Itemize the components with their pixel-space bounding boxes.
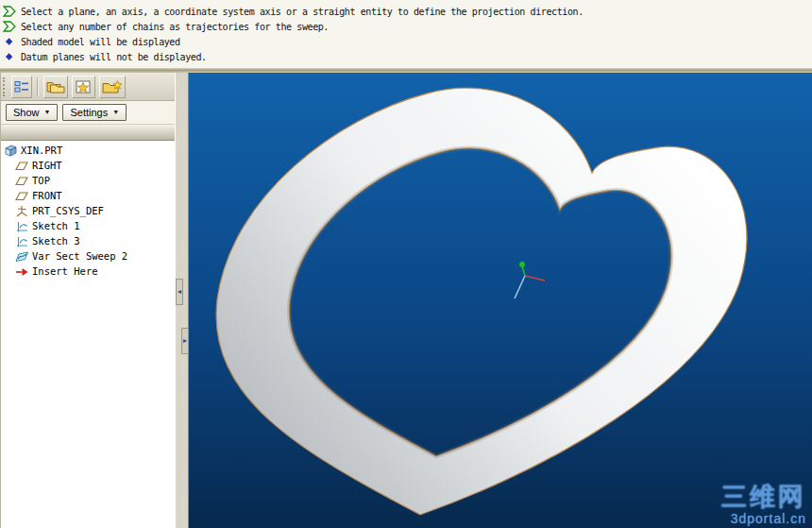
toolbar-grip[interactable] bbox=[3, 77, 7, 96]
tree-item-var-sect-sweep-2[interactable]: Var Sect Sweep 2 bbox=[1, 248, 176, 264]
show-menu-button[interactable]: Show ▼ bbox=[6, 104, 58, 121]
info-bullet-icon bbox=[3, 36, 17, 47]
sketch-icon bbox=[15, 220, 29, 232]
datum-plane-icon bbox=[15, 190, 29, 202]
tree-item-top[interactable]: TOP bbox=[1, 173, 176, 188]
collapse-panel-left-button[interactable]: ◂ bbox=[176, 279, 183, 305]
prompt-arrow-icon bbox=[3, 21, 17, 32]
collapse-panel-right-button[interactable]: ▸ bbox=[181, 328, 189, 354]
panel-sash[interactable] bbox=[1, 125, 176, 141]
tree-item-label: Sketch 3 bbox=[32, 235, 80, 247]
csys-icon bbox=[15, 205, 29, 217]
tree-item-sketch-1[interactable]: Sketch 1 bbox=[1, 218, 176, 233]
paste-folders-icon[interactable] bbox=[43, 76, 68, 98]
model-tree: XIN.PRT RIGHT TOP FRONT bbox=[1, 141, 176, 528]
message-text: Select any number of chains as trajector… bbox=[21, 22, 329, 32]
tree-item-label: PRT_CSYS_DEF bbox=[32, 205, 104, 216]
tree-item-insert-here[interactable]: Insert Here bbox=[1, 264, 176, 279]
tree-item-label: Sketch 1 bbox=[32, 220, 80, 231]
heart-sweep-model bbox=[189, 73, 812, 528]
model-tree-panel: Show ▼ Settings ▼ XIN.PRT bbox=[0, 73, 175, 528]
model-tree-menubar: Show ▼ Settings ▼ bbox=[1, 101, 176, 125]
model-tree-toolbar bbox=[1, 73, 176, 101]
graphics-viewport[interactable]: 三维网 3dportal.cn bbox=[189, 73, 812, 528]
message-line: Select any number of chains as trajector… bbox=[0, 19, 812, 34]
tree-item-sketch-3[interactable]: Sketch 3 bbox=[1, 233, 176, 248]
tree-item-label: FRONT bbox=[32, 190, 62, 201]
settings-menu-button[interactable]: Settings ▼ bbox=[62, 104, 127, 121]
prompt-arrow-icon bbox=[3, 6, 17, 17]
tree-item-right[interactable]: RIGHT bbox=[1, 158, 176, 173]
datum-plane-icon bbox=[15, 175, 29, 187]
message-line: Shaded model will be displayed bbox=[0, 34, 812, 49]
favorites-star-icon[interactable] bbox=[72, 76, 95, 98]
datum-plane-icon bbox=[15, 160, 29, 172]
tree-item-label: Insert Here bbox=[32, 265, 98, 277]
insert-here-icon bbox=[15, 265, 29, 278]
proe-window: Select a plane, an axis, a coordinate sy… bbox=[0, 0, 812, 528]
settings-menu-label: Settings bbox=[70, 107, 108, 118]
message-area: Select a plane, an axis, a coordinate sy… bbox=[0, 0, 812, 68]
folder-star-icon[interactable] bbox=[99, 76, 126, 98]
tree-item-prt-csys-def[interactable]: PRT_CSYS_DEF bbox=[1, 203, 176, 218]
chevron-down-icon: ▼ bbox=[44, 109, 51, 115]
tree-item-label: Var Sect Sweep 2 bbox=[32, 250, 127, 262]
tree-item-front[interactable]: FRONT bbox=[1, 188, 176, 203]
sweep-icon bbox=[15, 250, 29, 263]
sketch-icon bbox=[15, 235, 29, 247]
message-line: Select a plane, an axis, a coordinate sy… bbox=[0, 4, 812, 19]
message-text: Shaded model will be displayed bbox=[21, 37, 180, 47]
tree-item-xin-prt[interactable]: XIN.PRT bbox=[1, 143, 176, 158]
message-text: Datum planes will not be displayed. bbox=[21, 52, 207, 62]
model-tree-grid-icon[interactable] bbox=[11, 76, 32, 98]
tree-item-label: RIGHT bbox=[32, 160, 62, 171]
show-menu-label: Show bbox=[13, 107, 40, 118]
tree-item-label: TOP bbox=[32, 175, 50, 186]
message-line: Datum planes will not be displayed. bbox=[0, 49, 812, 64]
info-bullet-icon bbox=[3, 51, 17, 62]
chevron-down-icon: ▼ bbox=[112, 109, 119, 115]
panel-splitter[interactable]: ◂ ▸ bbox=[175, 73, 189, 528]
message-text: Select a plane, an axis, a coordinate sy… bbox=[21, 7, 584, 17]
toolbar-separator bbox=[37, 77, 39, 96]
part-icon bbox=[4, 145, 18, 157]
tree-item-label: XIN.PRT bbox=[21, 145, 62, 156]
